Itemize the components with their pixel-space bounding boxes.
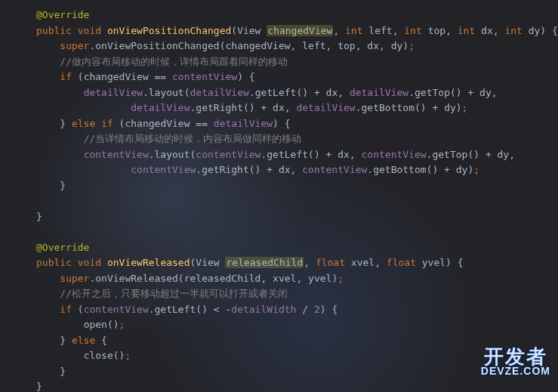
comma: , <box>304 257 310 268</box>
field-detailView: detailView <box>190 87 249 98</box>
rbrace: } <box>60 335 66 346</box>
lparen: ( <box>308 149 314 160</box>
op-plus: + <box>486 149 492 160</box>
lparen: ( <box>178 273 184 284</box>
semi: ; <box>119 319 125 330</box>
field-contentView: contentView <box>196 149 261 160</box>
comma: , <box>333 25 339 36</box>
call-getBottom: getBottom <box>362 102 415 113</box>
rparen: ) <box>432 164 438 175</box>
num-2: 2 <box>314 304 320 315</box>
rparen: ) <box>113 319 119 330</box>
field-detailView: detailView <box>214 118 273 129</box>
rparen: ) <box>249 102 255 113</box>
lparen: ( <box>249 164 255 175</box>
param-releasedChild: releasedChild <box>225 257 304 268</box>
field-detailView: detailView <box>131 102 190 113</box>
kw-int: int <box>458 25 475 36</box>
rparen: ) <box>255 164 261 175</box>
op-plus: + <box>467 87 473 98</box>
semi: ; <box>125 350 131 361</box>
method-onViewPositionChanged: onViewPositionChanged <box>107 25 231 36</box>
var-changedView: changedView <box>125 118 190 129</box>
code-block: @Override public void onViewPositionChan… <box>0 0 558 392</box>
lparen: ( <box>78 71 84 82</box>
rparen: ) <box>402 40 408 51</box>
comma: , <box>445 25 452 36</box>
op-eqeq: == <box>196 118 208 129</box>
call-getBottom: getBottom <box>373 164 426 175</box>
var-changedView: changedView <box>84 71 149 82</box>
lbrace: { <box>249 71 255 82</box>
param-dy: dy <box>529 25 541 36</box>
arg-dy: dy <box>479 87 492 98</box>
comma: , <box>285 102 291 113</box>
rbrace: } <box>60 180 66 191</box>
arg-top: top <box>338 40 355 51</box>
annotation-override: @Override <box>36 242 89 253</box>
op-plus: + <box>326 149 332 160</box>
rparen: ) <box>320 304 326 315</box>
dot: . <box>143 87 149 98</box>
lparen: ( <box>415 102 421 113</box>
arg-dx: dx <box>367 40 379 51</box>
call-onViewReleased: onViewReleased <box>95 273 178 284</box>
semi: ; <box>473 164 479 175</box>
field-detailView: detailView <box>296 102 355 113</box>
lparen: ( <box>450 87 456 98</box>
comma: , <box>350 149 356 160</box>
lbrace: { <box>552 25 558 36</box>
kw-void: void <box>78 25 101 36</box>
op-plus: + <box>444 164 450 175</box>
comma: , <box>509 149 515 160</box>
param-top: top <box>428 25 445 36</box>
kw-float: float <box>387 257 416 268</box>
op-plus: + <box>267 164 273 175</box>
comma: , <box>493 25 499 36</box>
rparen: ) <box>237 71 243 82</box>
comma: , <box>326 40 332 51</box>
arg-dx: dx <box>326 87 338 98</box>
rparen: ) <box>445 257 452 268</box>
field-detailView: detailView <box>84 87 143 98</box>
field-contentView: contentView <box>362 149 427 160</box>
comma: , <box>375 257 381 268</box>
dot: . <box>367 164 373 175</box>
dot: . <box>408 87 415 98</box>
rparen: ) <box>302 87 308 98</box>
kw-public: public <box>36 257 72 268</box>
call-close: close <box>84 350 113 361</box>
param-xvel: xvel <box>351 257 375 268</box>
arg-dy: dy <box>444 102 456 113</box>
arg-yvel: yvel <box>308 273 331 284</box>
rparen: ) <box>456 87 462 98</box>
comma: , <box>379 40 385 51</box>
field-contentView: contentView <box>131 164 196 175</box>
rparen: ) <box>314 149 320 160</box>
call-open: open <box>84 319 107 330</box>
annotation-override: @Override <box>36 9 89 20</box>
kw-elseif: else if <box>72 118 113 129</box>
method-onViewReleased: onViewReleased <box>107 257 190 268</box>
lparen: ( <box>243 102 249 113</box>
kw-int: int <box>404 25 421 36</box>
arg-dy: dy <box>456 164 468 175</box>
kw-void: void <box>78 257 101 268</box>
comma: , <box>261 273 267 284</box>
arg-dx: dx <box>338 149 350 160</box>
kw-float: float <box>316 257 345 268</box>
arg-dy: dy <box>391 40 403 51</box>
comment-3: //松开之后，只要移动超过一半就可以打开或者关闭 <box>60 288 288 299</box>
call-onViewPositionChanged: onViewPositionChanged <box>95 40 219 51</box>
lparen: ( <box>196 304 202 315</box>
kw-super: super <box>60 40 89 51</box>
arg-left: left <box>302 40 325 51</box>
call-getLeft: getLeft <box>255 87 297 98</box>
op-plus: + <box>314 87 320 98</box>
lparen: ( <box>184 87 190 98</box>
comment-1: //做内容布局移动的时候，详情布局跟着同样的移动 <box>60 56 288 67</box>
call-layout: layout <box>155 149 190 160</box>
comma: , <box>393 25 399 36</box>
comment-2: //当详情布局移动的时候，内容布局做同样的移动 <box>84 133 302 144</box>
semi: ; <box>408 40 415 51</box>
